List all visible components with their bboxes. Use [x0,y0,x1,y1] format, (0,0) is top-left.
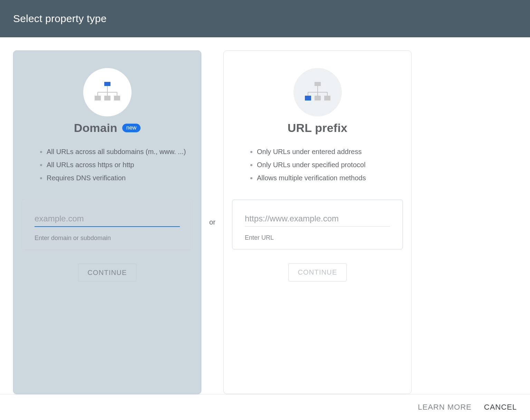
list-item: All URLs across all subdomains (m., www.… [47,146,187,157]
new-badge: new [122,124,141,132]
cancel-button[interactable]: CANCEL [484,403,517,412]
domain-input-box: Enter domain or subdomain [22,200,193,250]
svg-rect-17 [324,96,330,101]
domain-bullets: All URLs across all subdomains (m., www.… [22,146,193,186]
list-item: Only URLs under specified protocol [257,160,397,170]
dialog-title: Select property type [13,13,107,25]
input-underline [35,226,180,227]
svg-rect-6 [95,96,101,101]
or-separator: or [201,50,223,394]
list-item: Only URLs under entered address [257,146,397,157]
domain-input[interactable] [35,212,180,226]
dialog-footer: LEARN MORE CANCEL [0,394,530,420]
learn-more-button[interactable]: LEARN MORE [418,403,471,412]
svg-rect-8 [114,96,120,101]
list-item: Requires DNS verification [47,173,187,183]
url-bullets: Only URLs under entered address Only URL… [232,146,403,186]
svg-rect-0 [104,82,110,86]
dialog-header: Select property type [0,0,530,37]
url-card-title: URL prefix [288,121,347,135]
list-item: All URLs across https or http [47,160,187,170]
select-property-type-dialog: Select property type Domain [0,0,530,420]
domain-icon [83,68,132,116]
domain-card-title-row: Domain new [74,121,141,135]
domain-input-helper: Enter domain or subdomain [35,235,180,242]
dialog-body: Domain new All URLs across all subdomain… [0,37,530,394]
url-card-title-row: URL prefix [288,121,347,135]
input-underline [245,226,390,227]
url-prefix-property-card[interactable]: URL prefix Only URLs under entered addre… [223,50,412,394]
svg-rect-15 [305,96,311,101]
url-input-helper: Enter URL [245,234,390,241]
url-continue-button[interactable]: CONTINUE [288,263,346,281]
domain-property-card[interactable]: Domain new All URLs across all subdomain… [13,50,201,394]
domain-card-title: Domain [74,121,117,135]
url-prefix-icon [293,68,342,116]
domain-continue-button[interactable]: CONTINUE [78,264,136,282]
svg-rect-7 [104,96,110,101]
url-input[interactable] [245,212,390,226]
list-item: Allows multiple verification methods [257,173,397,183]
url-input-box: Enter URL [232,200,403,249]
svg-rect-9 [315,82,321,86]
svg-rect-16 [315,96,321,101]
